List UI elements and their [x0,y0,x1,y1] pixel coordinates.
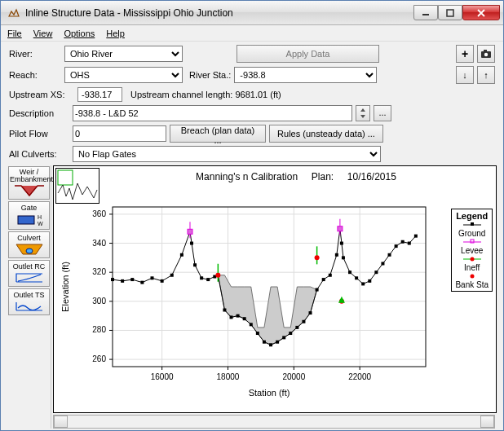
down-arrow-button[interactable]: ↓ [456,66,474,84]
window-controls [413,5,500,20]
rules-button[interactable]: Rules (unsteady data) ... [269,125,383,143]
svg-rect-67 [289,332,292,335]
svg-rect-45 [140,281,144,284]
svg-text:280: 280 [92,325,106,334]
plot-frame[interactable]: Manning's n Calibration Plan: 10/16/2015… [53,165,497,413]
river-sta-label: River Sta.: [189,70,231,80]
svg-rect-84 [388,253,391,257]
legend-ineff: Ineff [455,263,489,272]
svg-rect-68 [295,326,298,329]
svg-rect-92 [338,226,343,231]
svg-text:Elevation (ft): Elevation (ft) [60,262,70,312]
svg-rect-5 [18,216,34,224]
svg-rect-62 [256,332,259,335]
svg-marker-41 [218,275,316,345]
svg-rect-49 [180,253,183,257]
svg-rect-90 [188,229,192,234]
add-button[interactable]: + [456,45,474,63]
legend: Legend Ground Levee Ineff Bank Sta [451,209,493,292]
all-culverts-combo[interactable]: No Flap Gates [73,146,381,162]
svg-rect-53 [200,276,203,279]
svg-rect-83 [381,262,384,265]
svg-rect-44 [130,278,134,281]
svg-rect-58 [230,315,233,319]
svg-rect-54 [206,278,210,281]
description-more-button[interactable]: ... [374,105,391,121]
menu-view[interactable]: View [33,29,53,38]
tool-outlet-rc[interactable]: Outlet RC [8,260,50,287]
svg-rect-71 [316,288,319,292]
reach-combo[interactable]: OHS [64,67,183,83]
menu-options[interactable]: Options [64,29,95,38]
svg-rect-1 [447,10,453,16]
svg-rect-51 [190,242,193,245]
camera-button[interactable] [477,45,495,63]
svg-rect-69 [302,320,305,323]
svg-text:20000: 20000 [282,372,305,381]
svg-rect-48 [170,274,174,277]
apply-data-button[interactable]: Apply Data [237,45,379,63]
svg-point-4 [484,53,488,56]
svg-text:22000: 22000 [348,372,371,381]
legend-ground: Ground [455,229,489,238]
svg-text:360: 360 [92,209,106,218]
river-combo[interactable]: Ohio River [64,46,183,62]
svg-rect-57 [223,309,226,312]
svg-rect-59 [237,314,240,318]
chart-canvas: 26028030032034036016000180002000022000St… [54,166,484,401]
all-culverts-label: All Culverts: [9,149,69,159]
svg-text:300: 300 [92,297,106,306]
svg-text:340: 340 [92,239,106,248]
river-label: River: [9,49,61,59]
svg-rect-79 [355,276,358,279]
description-input[interactable] [73,105,352,121]
description-scroll[interactable] [356,105,370,121]
legend-title: Legend [456,211,488,221]
svg-rect-82 [374,270,378,274]
tool-culvert[interactable]: Culvert [8,231,50,258]
svg-point-106 [470,275,474,279]
window-title: Inline Structure Data - Mississippi Ohio… [25,7,413,19]
svg-rect-43 [121,279,124,283]
up-arrow-button[interactable]: ↑ [477,66,495,84]
tool-weir[interactable]: Weir / Embankment [8,166,50,200]
plot-area: Manning's n Calibration Plan: 10/16/2015… [51,165,497,429]
tool-outlet-ts[interactable]: Outlet TS [8,288,50,315]
svg-rect-88 [414,235,418,238]
svg-rect-72 [322,278,325,281]
svg-rect-86 [401,240,405,244]
content-area: Weir / Embankment Gate HW Culvert Outlet… [1,165,503,430]
horizontal-scrollbar[interactable] [53,415,495,429]
svg-point-94 [215,273,220,278]
svg-rect-74 [335,253,338,257]
upstream-xs-value: -938.17 [77,87,122,102]
svg-rect-87 [408,242,411,245]
pilot-flow-input[interactable] [73,125,166,142]
svg-rect-77 [342,256,345,259]
menu-help[interactable]: Help [106,29,125,38]
svg-text:Station (ft): Station (ft) [249,388,290,398]
svg-point-96 [315,255,320,260]
svg-point-105 [470,257,474,262]
menu-file[interactable]: File [7,29,22,38]
upstream-length-label: Upstream channel length: 9681.01 (ft) [130,90,281,99]
river-sta-combo[interactable]: -938.8 [234,67,377,83]
svg-point-8 [26,248,33,253]
form-area: River: Ohio River Apply Data + Reach: OH… [1,42,503,165]
svg-rect-60 [243,317,246,320]
titlebar: Inline Structure Data - Mississippi Ohio… [1,1,503,25]
close-button[interactable] [462,5,500,20]
svg-rect-101 [471,222,474,226]
svg-rect-73 [329,274,332,277]
svg-rect-80 [361,282,365,285]
minimize-button[interactable] [413,5,438,20]
svg-rect-81 [368,279,371,283]
svg-rect-65 [276,341,279,344]
tool-gate[interactable]: Gate HW [8,201,50,230]
svg-rect-70 [309,311,312,314]
maximize-button[interactable] [438,5,462,20]
breach-button[interactable]: Breach (plan data) ... [170,125,266,143]
svg-text:W: W [38,221,43,226]
svg-rect-42 [111,278,114,281]
svg-rect-3 [484,50,487,52]
